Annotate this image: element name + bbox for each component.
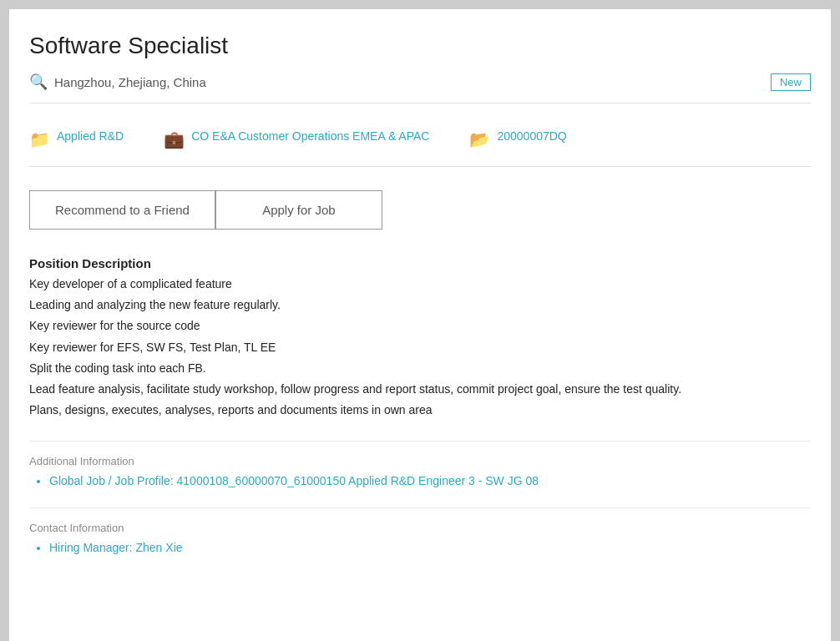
contact-info-list: Hiring Manager: Zhen Xie (29, 541, 811, 554)
content-area: Software Specialist 🔍 Hangzhou, Zhejiang… (9, 9, 831, 591)
location-text: Hangzhou, Zhejiang, China (54, 75, 206, 89)
meta-item-customer-ops: 💼 CO E&A Customer Operations EMEA & APAC (164, 129, 429, 149)
briefcase-icon: 💼 (164, 129, 185, 149)
apply-button[interactable]: Apply for Job (215, 190, 382, 230)
pos-line-6: Lead feature analysis, facilitate study … (29, 382, 681, 396)
location-left: 🔍 Hangzhou, Zhejiang, China (29, 73, 206, 91)
location-row: 🔍 Hangzhou, Zhejiang, China New (29, 73, 811, 103)
pos-line-4: Key reviewer for EFS, SW FS, Test Plan, … (29, 341, 276, 354)
additional-info-list: Global Job / Job Profile: 41000108_60000… (29, 474, 811, 487)
pos-line-2: Leading and analyzing the new feature re… (29, 298, 281, 311)
folder-icon: 📁 (29, 129, 50, 149)
search-icon: 🔍 (29, 73, 48, 91)
job-title: Software Specialist (29, 26, 811, 59)
position-description-body: Key developer of a complicated feature L… (29, 274, 811, 421)
additional-info-label: Additional Information (29, 441, 811, 467)
meta-row: 📁 Applied R&D 💼 CO E&A Customer Operatio… (29, 120, 811, 167)
position-description-section: Position Description Key developer of a … (29, 256, 811, 421)
meta-item-applied-rd: 📁 Applied R&D (29, 129, 124, 149)
contact-information-section: Contact Information Hiring Manager: Zhen… (29, 507, 811, 554)
id-card-icon: 📂 (469, 129, 490, 149)
meta-label-job-id: 20000007DQ (497, 129, 566, 145)
additional-info-item-1: Global Job / Job Profile: 41000108_60000… (49, 474, 811, 487)
position-description-title: Position Description (29, 256, 811, 270)
pos-line-7: Plans, designs, executes, analyses, repo… (29, 403, 432, 416)
pos-line-5: Split the coding task into each FB. (29, 361, 206, 375)
page-container: Software Specialist 🔍 Hangzhou, Zhejiang… (8, 8, 832, 641)
meta-label-applied-rd: Applied R&D (57, 129, 124, 145)
meta-label-customer-ops: CO E&A Customer Operations EMEA & APAC (191, 129, 429, 145)
recommend-button[interactable]: Recommend to a Friend (29, 190, 215, 230)
new-badge: New (771, 73, 811, 91)
additional-information-section: Additional Information Global Job / Job … (29, 441, 811, 487)
pos-line-1: Key developer of a complicated feature (29, 277, 232, 290)
meta-item-job-id: 📂 20000007DQ (469, 129, 566, 149)
buttons-row: Recommend to a Friend Apply for Job (29, 190, 811, 230)
pos-line-3: Key reviewer for the source code (29, 319, 200, 332)
contact-info-item-1: Hiring Manager: Zhen Xie (49, 541, 811, 554)
contact-info-label: Contact Information (29, 507, 811, 534)
